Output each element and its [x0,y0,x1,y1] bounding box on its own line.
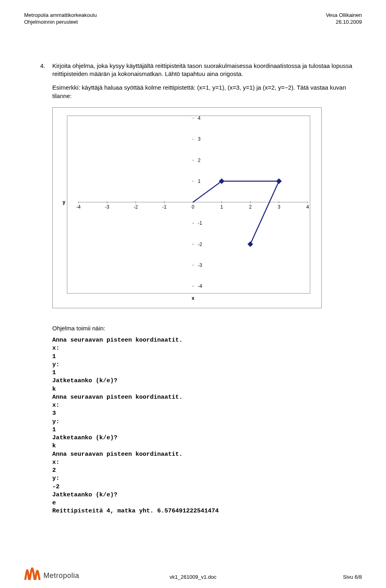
chart-border: -4-3-2-101234-4-3-2-11234xy [52,107,322,308]
question-para2: Esimerkki: käyttäjä haluaa syöttää kolme… [52,84,362,100]
svg-text:-4: -4 [76,204,81,210]
svg-rect-0 [67,116,310,293]
header-course: Ohjelmoinnin perusteet [24,19,97,26]
footer-filename: vk1_261009_v1.doc [24,574,362,580]
svg-text:4: 4 [198,115,201,121]
page-footer: Metropolia vk1_261009_v1.doc Sivu 6/8 [24,563,362,580]
question-body: Kirjoita ohjelma, joka kysyy käyttäjältä… [52,62,362,516]
svg-text:2: 2 [198,157,201,163]
header-date: 26.10.2009 [326,19,362,26]
header-author: Vesa Ollikainen [326,12,362,19]
chart-container: -4-3-2-101234-4-3-2-11234xy [52,107,322,308]
svg-text:-2: -2 [198,241,202,247]
svg-text:-4: -4 [198,283,202,289]
svg-text:-3: -3 [105,204,109,210]
svg-text:-3: -3 [198,262,202,268]
chart-svg: -4-3-2-101234-4-3-2-11234xy [58,113,316,302]
svg-text:0: 0 [192,204,195,210]
question-para1: Kirjoita ohjelma, joka kysyy käyttäjältä… [52,62,362,78]
question-number: 4. [40,62,52,516]
svg-text:x: x [192,295,195,301]
svg-text:3: 3 [277,204,280,210]
page-header: Metropolia ammattikorkeakoulu Ohjelmoinn… [24,12,362,26]
page: Metropolia ammattikorkeakoulu Ohjelmoinn… [0,0,386,588]
svg-text:-1: -1 [162,204,166,210]
header-left: Metropolia ammattikorkeakoulu Ohjelmoinn… [24,12,97,26]
svg-text:-2: -2 [133,204,138,210]
svg-text:-1: -1 [198,220,202,226]
run-intro: Ohjelma toimii näin: [52,324,362,332]
svg-text:3: 3 [198,136,201,142]
svg-text:4: 4 [306,204,309,210]
svg-text:y: y [63,199,66,205]
svg-text:1: 1 [220,204,223,210]
program-output: Anna seuraavan pisteen koordinaatit. x: … [52,336,362,516]
svg-text:2: 2 [249,204,252,210]
header-right: Vesa Ollikainen 26.10.2009 [326,12,362,26]
question-block: 4. Kirjoita ohjelma, joka kysyy käyttäjä… [40,62,362,516]
header-org: Metropolia ammattikorkeakoulu [24,12,97,19]
svg-text:1: 1 [198,178,201,184]
